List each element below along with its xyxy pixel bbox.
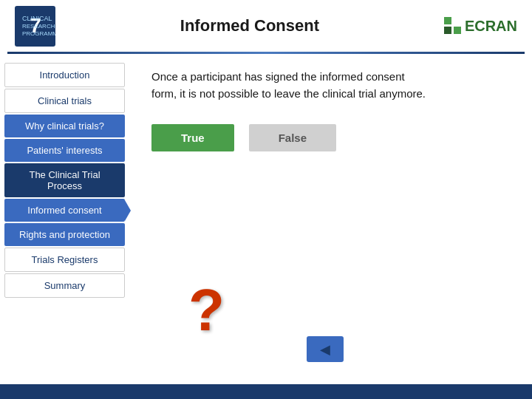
header: 7 CLINICAL RESEARCH PROGRAMME Informed C… bbox=[0, 0, 532, 52]
content-wrapper: IntroductionClinical trialsWhy clinical … bbox=[0, 54, 532, 384]
main-content: Once a participant has signed the inform… bbox=[129, 54, 532, 384]
sidebar-item-why-clinical-trials[interactable]: Why clinical trials? bbox=[4, 115, 125, 137]
sidebar-item-trials-registers[interactable]: Trials Registers bbox=[4, 248, 125, 272]
sidebar-item-summary[interactable]: Summary bbox=[4, 273, 125, 298]
sidebar-item-rights-protection[interactable]: Rights and protection bbox=[4, 223, 125, 246]
sidebar: IntroductionClinical trialsWhy clinical … bbox=[0, 54, 129, 384]
question-mark-area: ? bbox=[188, 281, 225, 340]
bottom-bar bbox=[0, 384, 532, 399]
logo-area: 7 CLINICAL RESEARCH PROGRAMME bbox=[15, 6, 55, 47]
false-button[interactable]: False bbox=[249, 124, 336, 151]
question-mark-icon: ? bbox=[188, 281, 225, 340]
ecran-squares-icon bbox=[444, 17, 462, 35]
svg-text:CLINICAL: CLINICAL bbox=[22, 15, 52, 22]
sidebar-item-introduction[interactable]: Introduction bbox=[4, 63, 125, 87]
ecran-logo: ECRAN bbox=[444, 17, 517, 35]
sidebar-item-clinical-trials[interactable]: Clinical trials bbox=[4, 89, 125, 113]
sidebar-item-patients-interests[interactable]: Patients' interests bbox=[4, 139, 125, 162]
logo-icon: 7 CLINICAL RESEARCH PROGRAMME bbox=[15, 6, 55, 47]
sidebar-item-informed-consent[interactable]: Informed consent bbox=[4, 199, 125, 222]
true-button[interactable]: True bbox=[151, 124, 234, 151]
ecran-label: ECRAN bbox=[465, 18, 517, 35]
question-text: Once a participant has signed the inform… bbox=[151, 69, 432, 102]
page-title: Informed Consent bbox=[55, 16, 444, 35]
back-button-area bbox=[307, 336, 344, 362]
svg-text:PROGRAMME: PROGRAMME bbox=[22, 30, 55, 37]
true-false-row: True False bbox=[151, 124, 510, 151]
back-button[interactable] bbox=[307, 336, 344, 362]
svg-text:RESEARCH: RESEARCH bbox=[22, 23, 55, 30]
sidebar-item-clinical-trial-process[interactable]: The Clinical Trial Process bbox=[4, 163, 125, 197]
